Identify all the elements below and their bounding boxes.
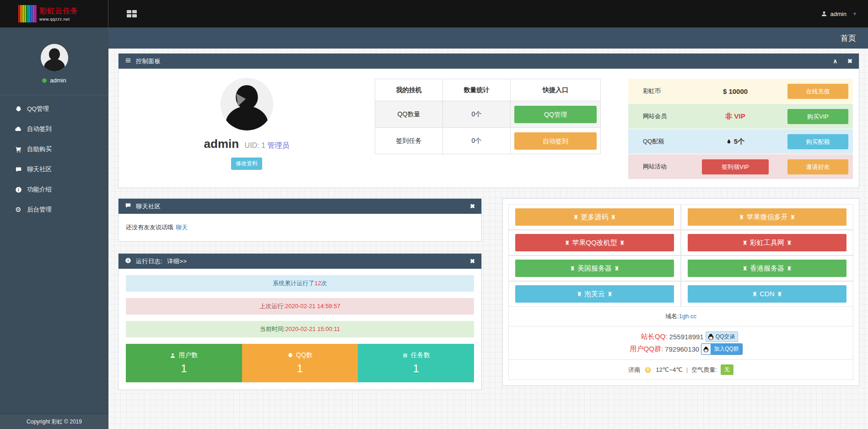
weather-row: 济南 12℃~4℃ | 空气质量: 无	[509, 359, 853, 380]
recharge-button[interactable]: 在线充值	[787, 84, 848, 99]
chevron-down-icon: ▾	[853, 11, 856, 17]
content-area: 控制面板 ∧ ✖ admin	[108, 49, 868, 429]
crown-icon: ♜	[570, 265, 575, 272]
stat-qq[interactable]: QQ数 1	[242, 344, 358, 382]
row-name: QQ数量	[375, 101, 443, 128]
link-apple-qq-model-button[interactable]: ♜苹果QQ改机型♜	[515, 234, 674, 251]
crown-icon: ♜	[787, 265, 792, 272]
link-more-source-button[interactable]: ♜更多源码♜	[515, 208, 674, 226]
link-rainbow-tools-button[interactable]: ♜彩虹工具网♜	[688, 234, 846, 251]
crown-icon: ♜	[777, 291, 782, 298]
close-button[interactable]: ✖	[470, 258, 475, 264]
topbar: 彩虹云任务 www.qqzzz.net admin ▾	[0, 0, 868, 27]
column-header: 快捷入口	[511, 79, 601, 101]
collapse-button[interactable]: ∧	[833, 58, 838, 64]
buy-quota-button[interactable]: 购买配额	[787, 134, 848, 149]
hangup-table: 我的挂机 数量统计 快捷入口 QQ数量 0个 QQ管理 签到任务	[375, 79, 601, 154]
sidebar-item-label: QQ管理	[27, 105, 49, 113]
profile-avatar	[221, 78, 273, 130]
account-row-quota: QQ配额 5个 购买配额	[628, 129, 853, 154]
sidebar-item-admin-backend[interactable]: ⚙ 后台管理	[0, 200, 108, 220]
log-panel: 运行日志: 详细>> ✖ 系统累计运行了12次 上次运行:2020-02-21 …	[118, 253, 482, 390]
edit-profile-button[interactable]: 修改资料	[231, 157, 262, 170]
column-header: 数量统计	[443, 79, 511, 101]
profile-name-line: admin UID: 1 管理员	[119, 137, 375, 151]
brand-logo[interactable]: 彩虹云任务 www.qqzzz.net	[0, 0, 108, 27]
buy-vip-button[interactable]: 购买VIP	[787, 109, 848, 124]
qq-manage-button[interactable]: QQ管理	[514, 106, 597, 123]
log-alert-last-run: 上次运行:2020-02-21 14:59:57	[126, 298, 474, 315]
crown-icon: ♜	[742, 265, 748, 272]
layout: admin QQ管理 自动签到 自助购买 聊天社区	[0, 27, 868, 429]
row-label: 彩虹币	[628, 87, 683, 95]
sun-icon	[644, 366, 652, 374]
quota-value: 5个	[683, 137, 787, 146]
qq-icon	[287, 353, 293, 358]
qq-contact-rows: 站长QQ: 255918991 QQ交谈 用户QQ群:	[509, 326, 853, 359]
chat-link[interactable]: 聊天	[176, 223, 188, 232]
air-quality-label: 空气质量:	[691, 366, 717, 374]
stat-tasks[interactable]: 任务数 1	[358, 344, 474, 382]
log-detail-link[interactable]: 详细>>	[167, 257, 187, 266]
auto-signin-button[interactable]: 自动签到	[514, 132, 597, 150]
link-cdn-button[interactable]: ♜CDN♜	[688, 285, 846, 303]
row-label: 网站活动	[628, 163, 683, 171]
account-table: 彩虹币 $ 10000 在线充值 网站会员 非 VIP 购买VIP QQ配额	[628, 79, 853, 179]
right-column: ♜更多源码♜ ♜苹果微信多开♜ ♜苹果QQ改机型♜ ♜彩虹工具网♜ ♜美国服务器…	[502, 198, 859, 390]
crown-icon: ♜	[739, 214, 744, 221]
coins-value: $ 10000	[683, 87, 787, 95]
sidebar-divider	[0, 95, 108, 95]
comment-icon	[125, 202, 131, 210]
sidebar-username: admin	[50, 77, 66, 84]
sidebar-user-status: admin	[0, 77, 108, 84]
sidebar-item-chat-community[interactable]: 聊天社区	[0, 159, 108, 179]
list-icon	[125, 57, 131, 65]
row-label: QQ配额	[628, 137, 683, 146]
row-label: 网站会员	[628, 112, 683, 120]
crown-icon: ♜	[565, 239, 570, 246]
invite-friends-button[interactable]: 邀请好友	[787, 159, 848, 174]
stat-users[interactable]: 用户数 1	[126, 344, 242, 382]
close-button[interactable]: ✖	[470, 203, 475, 209]
webmaster-qq-row: 站长QQ: 255918991 QQ交谈	[509, 331, 853, 343]
sidebar: admin QQ管理 自动签到 自助购买 聊天社区	[0, 27, 108, 429]
table-row: QQ数量 0个 QQ管理	[375, 101, 601, 128]
sidebar-item-label: 自动签到	[27, 125, 52, 133]
signin-vip-button[interactable]: 签到领VIP	[702, 159, 769, 174]
apps-menu-button[interactable]	[124, 7, 140, 20]
link-us-server-button[interactable]: ♜美国服务器♜	[515, 260, 674, 277]
user-menu-label: admin	[830, 11, 846, 17]
qq-chat-badge[interactable]: QQ交谈	[706, 331, 739, 342]
stat-value: 1	[297, 362, 303, 375]
user-menu[interactable]: admin ▾	[821, 11, 856, 17]
crown-icon: ♜	[742, 239, 748, 246]
role-link[interactable]: 管理员	[267, 141, 289, 149]
crown-icon: ♜	[752, 291, 758, 298]
join-qq-group-badge[interactable]: 加入QQ群	[701, 343, 743, 355]
close-button[interactable]: ✖	[847, 58, 852, 64]
nav-home-link[interactable]: 首页	[841, 33, 856, 43]
link-apple-wechat-button[interactable]: ♜苹果微信多开♜	[688, 208, 846, 226]
user-icon	[170, 353, 176, 358]
domain-link[interactable]: 1gh.cc	[679, 313, 696, 320]
stat-value: 1	[413, 362, 419, 375]
chat-panel: 聊天社区 ✖ 还没有友友说话哦 聊天	[118, 198, 482, 242]
crown-icon: ♜	[573, 214, 579, 221]
sidebar-item-self-buy[interactable]: 自助购买	[0, 139, 108, 159]
cart-icon	[15, 146, 22, 153]
user-icon	[821, 11, 827, 17]
left-column: 聊天社区 ✖ 还没有友友说话哦 聊天	[118, 198, 482, 390]
vip-status: 非 VIP	[683, 112, 787, 121]
breadcrumb-bar: 首页	[108, 27, 868, 49]
air-quality-badge: 无	[721, 364, 733, 375]
uid-value: 1	[261, 141, 265, 149]
gear-icon: ⚙	[15, 206, 22, 214]
qq-number: 792960130	[665, 345, 699, 353]
qq-icon	[15, 106, 22, 113]
link-paofu-cloud-button[interactable]: ♜泡芙云♜	[515, 285, 674, 303]
sidebar-item-auto-signin[interactable]: 自动签到	[0, 119, 108, 139]
sidebar-item-features[interactable]: 功能介绍	[0, 179, 108, 200]
link-hk-server-button[interactable]: ♜香港服务器♜	[688, 260, 846, 277]
sidebar-item-qq-manage[interactable]: QQ管理	[0, 99, 108, 119]
chat-panel-body: 还没有友友说话哦 聊天	[119, 214, 481, 241]
